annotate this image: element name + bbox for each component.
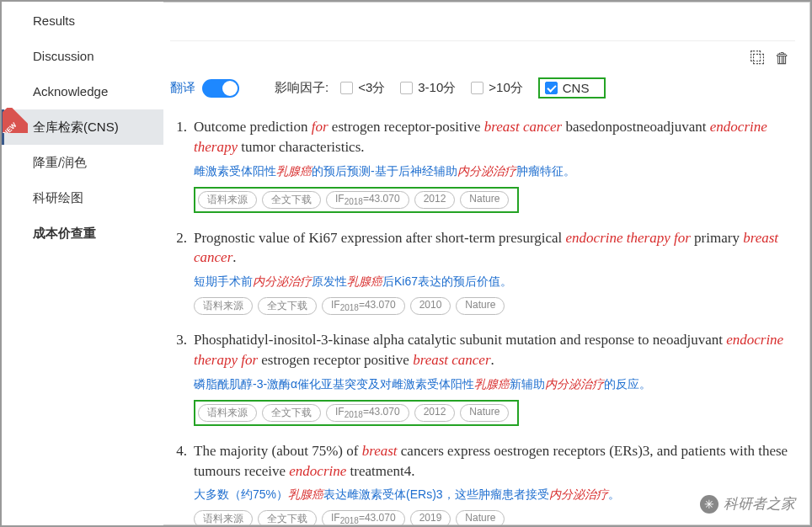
watermark: ✳ 科研者之家 bbox=[700, 494, 795, 514]
filter-3-10[interactable]: 3-10分 bbox=[400, 80, 456, 96]
delete-icon[interactable]: 🗑 bbox=[775, 50, 790, 67]
tag-if[interactable]: IF2018=43.070 bbox=[322, 510, 405, 525]
tag-download[interactable]: 全文下载 bbox=[262, 404, 321, 422]
result-number: 1. bbox=[170, 117, 194, 213]
new-badge bbox=[3, 108, 28, 133]
impact-factor-label: 影响因子: bbox=[275, 80, 329, 96]
result-title[interactable]: Phosphatidyl-inositol-3-kinase alpha cat… bbox=[194, 330, 795, 370]
result-title[interactable]: Outcome prediction for estrogen receptor… bbox=[194, 117, 795, 157]
copy-icon[interactable]: ⿻ bbox=[751, 50, 766, 67]
translate-label: 翻译 bbox=[170, 80, 195, 96]
sidebar-item-rewrite[interactable]: 降重/润色 bbox=[2, 145, 163, 180]
sidebar-item-plot[interactable]: 科研绘图 bbox=[2, 180, 163, 216]
wechat-icon: ✳ bbox=[700, 495, 719, 514]
result-item: 3.Phosphatidyl-inositol-3-kinase alpha c… bbox=[170, 330, 795, 426]
result-tags: 语料来源全文下载IF2018=43.0702012Nature bbox=[194, 400, 519, 426]
filter-cns[interactable]: CNS bbox=[538, 77, 606, 98]
tag-source[interactable]: 语料来源 bbox=[198, 404, 257, 422]
tag-download[interactable]: 全文下载 bbox=[262, 191, 321, 209]
result-item: 2.Prognostic value of Ki67 expression af… bbox=[170, 228, 795, 316]
result-tags: 语料来源全文下载IF2018=43.0702010Nature bbox=[194, 297, 795, 315]
tag-journal[interactable]: Nature bbox=[456, 297, 505, 315]
tag-journal[interactable]: Nature bbox=[460, 191, 509, 209]
result-number: 2. bbox=[170, 228, 194, 316]
tag-source[interactable]: 语料来源 bbox=[194, 297, 253, 315]
tag-download[interactable]: 全文下载 bbox=[258, 510, 317, 525]
result-translation: 雌激素受体阳性乳腺癌的预后预测-基于后神经辅助内分泌治疗肿瘤特征。 bbox=[194, 162, 795, 180]
translate-toggle[interactable] bbox=[202, 79, 239, 98]
filter-lt3[interactable]: <3分 bbox=[340, 80, 385, 96]
tag-if[interactable]: IF2018=43.070 bbox=[326, 191, 409, 209]
tag-download[interactable]: 全文下载 bbox=[258, 297, 317, 315]
tag-if[interactable]: IF2018=43.070 bbox=[326, 404, 409, 422]
main-panel: ⿻ 🗑 翻译 影响因子: <3分 3-10分 >10分 CNS 1.Outcom… bbox=[163, 2, 810, 525]
tag-journal[interactable]: Nature bbox=[460, 404, 509, 422]
result-title[interactable]: The majority (about 75%) of breast cance… bbox=[194, 441, 795, 482]
tag-year[interactable]: 2010 bbox=[410, 297, 451, 315]
filter-gt10[interactable]: >10分 bbox=[471, 80, 522, 96]
result-translation: 短期手术前内分泌治疗原发性乳腺癌后Ki67表达的预后价值。 bbox=[194, 273, 795, 290]
tag-year[interactable]: 2012 bbox=[414, 191, 456, 209]
result-title[interactable]: Prognostic value of Ki67 expression afte… bbox=[194, 228, 795, 269]
result-translation: 磷脂酰肌醇-3-激酶α催化亚基突变及对雌激素受体阳性乳腺癌新辅助内分泌治疗的反应… bbox=[194, 375, 795, 393]
tag-source[interactable]: 语料来源 bbox=[198, 191, 257, 209]
tag-source[interactable]: 语料来源 bbox=[194, 510, 253, 525]
sidebar-item-pricecheck[interactable]: 成本价查重 bbox=[2, 216, 163, 251]
result-number: 4. bbox=[170, 441, 194, 525]
tag-if[interactable]: IF2018=43.070 bbox=[322, 297, 405, 315]
results-list: 1.Outcome prediction for estrogen recept… bbox=[170, 117, 795, 525]
tag-year[interactable]: 2012 bbox=[414, 404, 456, 422]
sidebar-item-cns-search[interactable]: 全库检索(CNS) bbox=[2, 109, 163, 145]
sidebar-item-results[interactable]: Results bbox=[2, 3, 163, 39]
sidebar-item-acknowledge[interactable]: Acknowledge bbox=[2, 74, 163, 109]
filter-bar: 翻译 影响因子: <3分 3-10分 >10分 CNS bbox=[170, 69, 795, 117]
result-item: 1.Outcome prediction for estrogen recept… bbox=[170, 117, 795, 213]
result-number: 3. bbox=[170, 330, 194, 426]
sidebar: Results Discussion Acknowledge 全库检索(CNS)… bbox=[2, 2, 163, 525]
result-tags: 语料来源全文下载IF2018=43.0702012Nature bbox=[194, 187, 519, 213]
tag-journal[interactable]: Nature bbox=[456, 510, 505, 525]
sidebar-item-discussion[interactable]: Discussion bbox=[2, 39, 163, 74]
tag-year[interactable]: 2019 bbox=[410, 510, 451, 525]
